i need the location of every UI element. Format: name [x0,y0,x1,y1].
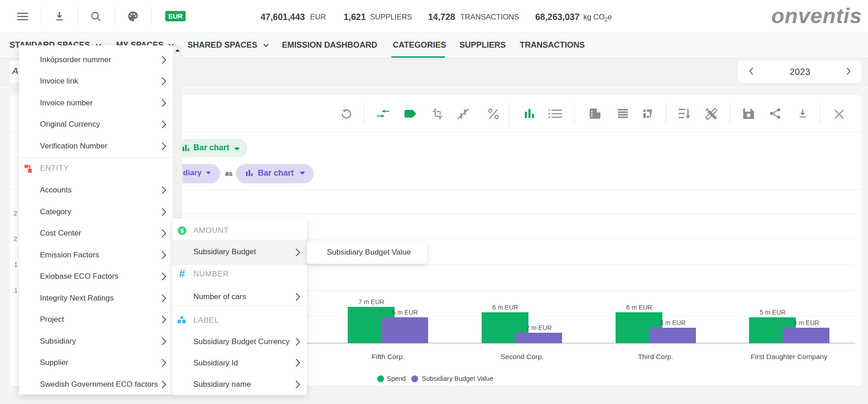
svg-text:#: # [179,269,185,279]
svg-text:$: $ [180,227,184,234]
